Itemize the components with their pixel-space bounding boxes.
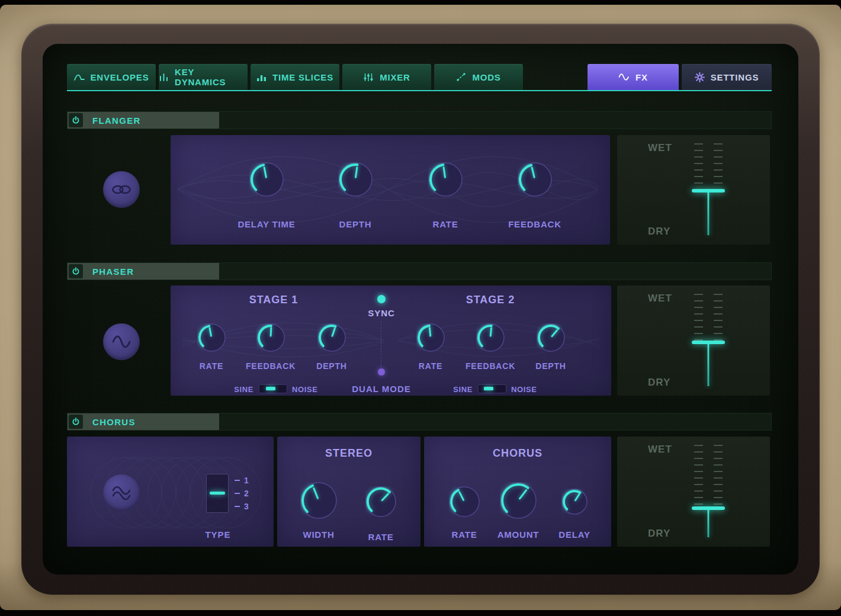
knob-label: DEPTH [518,361,583,371]
tab-label: MODS [472,72,500,82]
phaser-wet-dry-slider[interactable] [692,294,725,387]
screen-bezel: ENVELOPES KEY DYNAMICS TIME SLICES [21,24,820,595]
chorus-rate-knob[interactable] [449,486,480,517]
flanger-depth-group: DEPTH [314,135,397,245]
type-option-3[interactable]: 3 [235,500,249,513]
toggle-handle[interactable] [484,387,493,390]
knob-label: DELAY [542,530,607,540]
type-tick [235,480,240,481]
flanger-depth-knob[interactable] [338,162,373,197]
flanger-power-button[interactable] [69,113,83,127]
slider-stem [708,342,710,386]
flanger-infinity-icon [103,171,140,208]
tab-label: TIME SLICES [272,72,333,82]
slider-ticks [694,445,723,508]
stage2-noise-label: NOISE [511,385,537,394]
tab-bar: ENVELOPES KEY DYNAMICS TIME SLICES [67,64,772,91]
flanger-feedback-knob[interactable] [518,162,552,197]
wet-label: WET [648,142,672,154]
type-slot-1[interactable] [207,474,228,487]
envelopes-icon [74,72,85,82]
wet-label: WET [648,293,672,304]
flanger-rate-knob[interactable] [428,162,463,197]
tab-mods[interactable]: MODS [434,64,523,90]
type-option-label: 2 [244,489,249,498]
slider-handle[interactable] [692,506,725,510]
stage1-depth-group: DEPTH [299,285,364,396]
chorus-header: CHORUS [67,413,772,431]
tab-label: FX [635,72,648,82]
tab-fx[interactable]: FX [588,64,679,90]
phaser-wet-dry-panel: WET DRY [617,285,770,396]
dry-label: DRY [648,528,670,540]
type-slot-2[interactable] [207,487,228,499]
stage2-feedback-knob[interactable] [476,323,505,352]
stage2-depth-knob[interactable] [537,323,565,352]
phaser-title: PHASER [92,267,134,277]
sync-indicator[interactable] [377,295,386,303]
stage1-rate-group: RATE [179,285,244,396]
mixer-icon [363,73,374,82]
stage2-rate-knob[interactable] [416,323,445,352]
stage2-sine-noise-toggle[interactable] [478,384,506,393]
flanger-section: DELAY TIME DEPTH RATE FEEDBACK [67,135,772,245]
stereo-rate-group: RATE [348,437,413,547]
stage1-sine-noise-toggle[interactable] [259,384,287,393]
tab-mixer[interactable]: MIXER [342,64,431,90]
knob-label: RATE [179,361,244,371]
chorus-power-button[interactable] [69,415,83,429]
chorus-type-selector[interactable]: 1 2 3 [206,474,271,513]
tab-label: MIXER [380,72,410,82]
type-box[interactable] [206,474,229,513]
wet-label: WET [648,444,672,455]
slider-handle[interactable] [692,189,725,192]
slider-handle[interactable] [692,341,725,344]
knob-label: AMOUNT [486,530,551,540]
power-icon [72,267,80,275]
stereo-width-group: WIDTH [286,437,351,547]
chorus-title: CHORUS [92,417,136,427]
flanger-panel: DELAY TIME DEPTH RATE FEEDBACK [171,135,610,245]
dual-mode-indicator[interactable] [378,368,385,376]
slider-stem [708,191,710,235]
flanger-header: FLANGER [67,111,772,129]
stage1-rate-knob[interactable] [197,323,226,352]
phaser-header-strip: PHASER [68,263,219,280]
phaser-wave-icon [103,323,140,360]
type-slot-3[interactable] [207,500,228,512]
stage1-feedback-group: FEEDBACK [238,285,303,396]
slider-ticks [694,143,723,191]
chorus-delay-group: DELAY [542,437,607,547]
tab-envelopes[interactable]: ENVELOPES [67,64,156,90]
type-tick [235,493,240,494]
stage1-sine-label: SINE [210,385,253,394]
stage1-depth-knob[interactable] [317,323,346,352]
chorus-wet-dry-panel: WET DRY [617,437,770,547]
flanger-feedback-group: FEEDBACK [493,135,576,245]
knob-label: RATE [398,361,463,371]
tab-key-dynamics[interactable]: KEY DYNAMICS [159,64,248,90]
type-option-2[interactable]: 2 [235,487,249,500]
stage1-feedback-knob[interactable] [256,323,285,352]
tab-time-slices[interactable]: TIME SLICES [251,64,339,90]
stereo-rate-knob[interactable] [365,486,396,517]
stage2-feedback-group: FEEDBACK [458,285,523,396]
tab-settings[interactable]: SETTINGS [682,64,772,90]
chorus-wet-dry-slider[interactable] [692,445,725,538]
flanger-delay-time-knob[interactable] [249,162,284,197]
mods-icon [456,72,466,82]
knob-label: RATE [348,532,413,542]
chorus-amount-knob[interactable] [500,482,537,519]
toggle-handle[interactable] [266,387,275,390]
stereo-width-knob[interactable] [300,482,337,519]
stage2-depth-group: DEPTH [518,285,583,396]
chorus-delay-knob[interactable] [561,489,588,515]
knob-label: FEEDBACK [238,361,303,371]
knob-label: FEEDBACK [458,361,523,371]
dry-label: DRY [648,226,670,238]
type-option-1[interactable]: 1 [235,474,249,487]
phaser-power-button[interactable] [69,264,83,278]
flanger-wet-dry-slider[interactable] [692,143,725,236]
device-frame: ENVELOPES KEY DYNAMICS TIME SLICES [0,5,841,610]
sync-dual-connector [381,321,381,367]
